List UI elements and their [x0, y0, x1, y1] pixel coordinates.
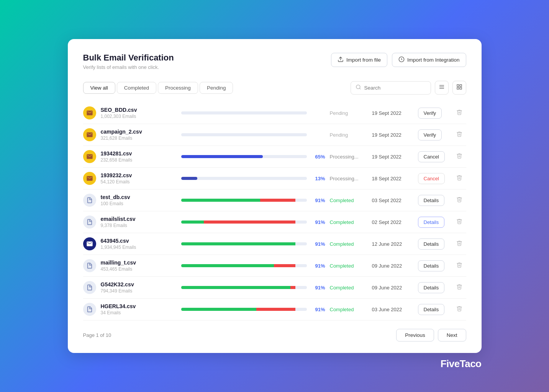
- email-count: 453,465 Emails: [101, 266, 181, 272]
- row-icon: [83, 259, 101, 272]
- delete-icon[interactable]: [456, 284, 462, 291]
- row-icon: [83, 216, 101, 229]
- action-button[interactable]: Details: [418, 260, 445, 271]
- row-progress: [181, 264, 312, 267]
- action-button[interactable]: Details: [418, 304, 445, 315]
- delete-icon[interactable]: [456, 306, 462, 313]
- file-icon: [83, 216, 96, 229]
- header-buttons: Import from file Import from Integration: [331, 53, 466, 67]
- filename: 643945.csv: [101, 238, 181, 244]
- email-count: 1,934,945 Emails: [101, 245, 181, 250]
- grid-view-button[interactable]: [452, 81, 466, 95]
- row-action: Cancel: [418, 173, 452, 184]
- delete-icon[interactable]: [456, 110, 462, 116]
- row-icon: [83, 128, 101, 141]
- list-icon: [439, 84, 445, 91]
- file-icon: [83, 172, 96, 185]
- row-icon: [83, 237, 101, 250]
- main-card: Bulk Email Verification Verify lists of …: [68, 39, 482, 353]
- action-button[interactable]: Details: [418, 217, 445, 228]
- row-status: Completed: [330, 241, 372, 247]
- action-button[interactable]: Verify: [418, 129, 442, 140]
- row-date: 19 Sept 2022: [372, 154, 418, 160]
- row-progress: [181, 308, 312, 311]
- import-integration-button[interactable]: Import from Integration: [392, 53, 466, 67]
- action-button[interactable]: Details: [418, 238, 445, 250]
- tab-pending[interactable]: Pending: [200, 82, 233, 94]
- delete-icon[interactable]: [456, 197, 462, 204]
- action-button[interactable]: Details: [418, 282, 445, 293]
- progress-percent: 13%: [312, 176, 330, 181]
- filename: emailslist.csv: [101, 216, 181, 222]
- delete-icon[interactable]: [456, 241, 462, 247]
- delete-icon[interactable]: [456, 154, 462, 160]
- next-button[interactable]: Next: [438, 329, 466, 341]
- delete-cell: [452, 284, 466, 291]
- search-icon: [356, 84, 361, 91]
- filename: test_db.csv: [101, 194, 181, 200]
- table-row: test_db.csv 100 Emails 91% Completed 03 …: [83, 189, 466, 211]
- row-date: 09 June 2022: [372, 263, 418, 269]
- row-date: 03 June 2022: [372, 307, 418, 312]
- previous-button[interactable]: Previous: [396, 329, 434, 341]
- delete-cell: [452, 153, 466, 160]
- row-status: Processing...: [330, 154, 372, 160]
- table-row: HGERL34.csv 34 Emails 91% Completed 03 J…: [83, 299, 466, 320]
- delete-icon[interactable]: [456, 175, 462, 182]
- row-status: Completed: [330, 307, 372, 312]
- action-button[interactable]: Details: [418, 195, 445, 206]
- email-count: 321,628 Emails: [101, 136, 181, 141]
- table-row: 643945.csv 1,934,945 Emails 91% Complete…: [83, 233, 466, 255]
- email-count: 54,120 Emails: [101, 179, 181, 185]
- search-input[interactable]: [364, 85, 426, 91]
- filename: HGERL34.csv: [101, 303, 181, 309]
- file-icon: [83, 106, 96, 119]
- delete-cell: [452, 131, 466, 139]
- table-row: G542K32.csv 794,349 Emails 91% Completed…: [83, 277, 466, 299]
- delete-icon[interactable]: [456, 263, 462, 269]
- pagination-buttons: Previous Next: [396, 329, 466, 341]
- file-icon: [83, 194, 96, 207]
- import-file-button[interactable]: Import from file: [331, 53, 387, 67]
- header-left: Bulk Email Verification Verify lists of …: [83, 53, 174, 70]
- row-file-info: SEO_BDD.csv 1,002,303 Emails: [101, 107, 181, 119]
- row-status: Pending: [330, 132, 372, 138]
- row-action: Cancel: [418, 151, 452, 162]
- action-button[interactable]: Cancel: [418, 151, 445, 162]
- row-progress: [181, 220, 312, 224]
- delete-cell: [452, 240, 466, 248]
- row-status: Completed: [330, 198, 372, 203]
- delete-icon[interactable]: [456, 132, 462, 138]
- pagination-info: Page 1 of 10: [83, 332, 111, 338]
- file-icon: [83, 281, 96, 294]
- filename: 1934281.csv: [101, 150, 181, 157]
- list-view-button[interactable]: [435, 81, 449, 95]
- row-action: Details: [418, 304, 452, 315]
- tab-processing[interactable]: Processing: [158, 82, 198, 94]
- row-date: 12 June 2022: [372, 241, 418, 247]
- file-icon: [83, 303, 96, 316]
- file-icon: [83, 259, 96, 272]
- action-button[interactable]: Cancel: [418, 173, 445, 184]
- row-date: 03 Sept 2022: [372, 198, 418, 203]
- row-file-info: 1939232.csv 54,120 Emails: [101, 172, 181, 185]
- tab-completed[interactable]: Completed: [117, 82, 156, 94]
- grid-icon: [456, 84, 462, 91]
- row-action: Verify: [418, 129, 452, 140]
- progress-percent: 91%: [312, 285, 330, 291]
- row-icon: [83, 172, 101, 185]
- row-date: 02 Sept 2022: [372, 219, 418, 225]
- row-date: 09 June 2022: [372, 285, 418, 291]
- row-date: 18 Sept 2022: [372, 176, 418, 181]
- progress-percent: 91%: [312, 198, 330, 203]
- tab-view-all[interactable]: View all: [83, 82, 115, 94]
- email-count: 1,002,303 Emails: [101, 114, 181, 119]
- delete-icon[interactable]: [456, 219, 462, 225]
- row-status: Completed: [330, 285, 372, 291]
- action-button[interactable]: Verify: [418, 108, 442, 119]
- delete-cell: [452, 109, 466, 117]
- row-file-info: HGERL34.csv 34 Emails: [101, 303, 181, 315]
- email-count: 9,378 Emails: [101, 223, 181, 228]
- row-action: Details: [418, 195, 452, 206]
- table-row: 1934281.csv 232,658 Emails 65% Processin…: [83, 146, 466, 168]
